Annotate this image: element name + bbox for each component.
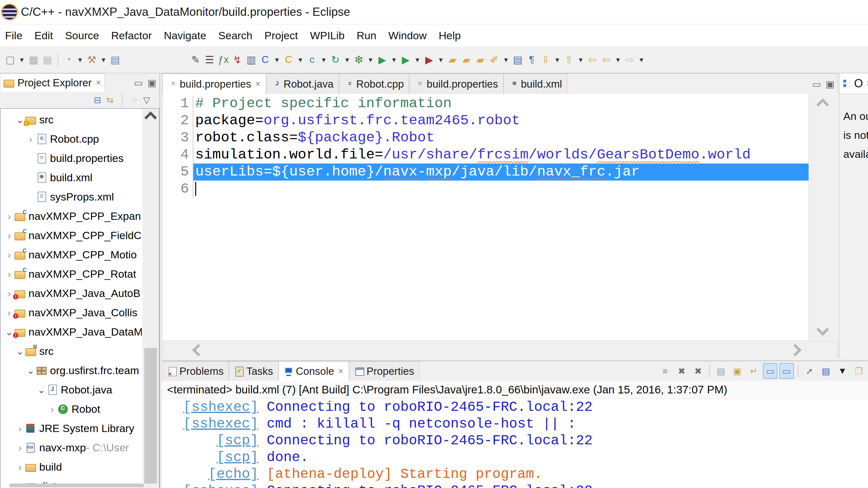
debug-dropdown-icon[interactable]: ▾ bbox=[366, 52, 375, 67]
expand-arrow-icon[interactable]: › bbox=[14, 443, 25, 453]
expressions-icon[interactable]: ƒx bbox=[216, 52, 230, 67]
remove-all-icon[interactable]: ✖ bbox=[691, 363, 705, 379]
tree-item-navxmxp-java-datam[interactable]: ⌄navXMXP_Java_DataM bbox=[1, 322, 142, 341]
format-brush-icon[interactable]: ✐ bbox=[487, 52, 501, 67]
build-dropdown-icon[interactable]: ▾ bbox=[99, 52, 108, 67]
expand-arrow-icon[interactable]: › bbox=[14, 423, 25, 434]
collapse-arrow-icon[interactable]: ⌄ bbox=[25, 365, 36, 376]
collapse-arrow-icon[interactable]: ⌄ bbox=[36, 384, 47, 395]
maximize-icon[interactable]: ▣ bbox=[148, 77, 156, 88]
restart-dropdown-icon[interactable]: ▾ bbox=[342, 52, 352, 67]
new-class-dropdown-icon[interactable]: ▾ bbox=[296, 52, 305, 67]
menu-search[interactable]: Search bbox=[218, 29, 252, 42]
forward-dropdown-icon[interactable]: ▾ bbox=[637, 52, 646, 67]
back-dropdown-icon[interactable]: ▾ bbox=[613, 52, 623, 67]
save-all-icon[interactable]: ▩ bbox=[40, 52, 55, 67]
open-type-icon[interactable]: ▰ bbox=[460, 52, 473, 67]
tree-item-sysprops-xml[interactable]: sysProps.xml bbox=[1, 187, 142, 206]
maximize-icon[interactable]: ▣ bbox=[826, 78, 834, 90]
tab-properties[interactable]: Properties bbox=[349, 361, 419, 381]
menu-help[interactable]: Help bbox=[439, 29, 461, 42]
close-icon[interactable]: ✕ bbox=[96, 79, 101, 87]
push-up-icon[interactable]: ⇧ bbox=[562, 52, 576, 67]
close-icon[interactable]: ✕ bbox=[866, 79, 868, 88]
collapse-all-icon[interactable]: ⊟ bbox=[94, 95, 101, 105]
filters-icon[interactable]: ⁘ bbox=[131, 95, 138, 105]
show-whitespace-icon[interactable]: ¶ bbox=[525, 52, 538, 67]
menu-source[interactable]: Source bbox=[65, 29, 99, 42]
launch-history-dropdown-icon[interactable]: ▾ bbox=[75, 52, 85, 67]
show-stdout-icon[interactable]: ▭ bbox=[763, 363, 777, 379]
open-console-icon[interactable]: ▤ bbox=[818, 363, 833, 379]
new-class-icon[interactable]: C bbox=[282, 52, 296, 67]
console-task-link[interactable]: [scp] bbox=[216, 449, 258, 465]
profile-icon[interactable]: ▶ bbox=[422, 52, 436, 67]
open-resource-icon[interactable]: ▰ bbox=[445, 52, 460, 67]
collapse-arrow-icon[interactable]: ⌄ bbox=[14, 346, 25, 357]
tree-item-navxmxp-cpp-expan[interactable]: ›navXMXP_CPP_Expan bbox=[1, 206, 142, 226]
launch-history-icon[interactable]: ◔ bbox=[61, 52, 75, 67]
minimize-icon[interactable]: ▭ bbox=[134, 77, 143, 88]
console-task-link[interactable]: [scp] bbox=[216, 433, 258, 449]
console-task-link[interactable]: [sshexec] bbox=[183, 416, 258, 432]
vertical-scroll-thumb[interactable] bbox=[144, 348, 157, 484]
tab-project-explorer[interactable]: Project Explorer ✕ bbox=[0, 73, 105, 92]
tree-item-build-properties[interactable]: build.properties bbox=[1, 149, 142, 168]
tab-build-xml[interactable]: build.xml bbox=[503, 74, 567, 94]
menu-navigate[interactable]: Navigate bbox=[164, 29, 206, 42]
open-element-icon[interactable]: ▰ bbox=[473, 52, 487, 67]
tree-item-build[interactable]: ›build bbox=[1, 457, 142, 477]
pull-down-icon[interactable]: ⇩ bbox=[538, 52, 553, 67]
tree-item-navxmxp-java-collis[interactable]: ›navXMXP_Java_Collis bbox=[1, 303, 142, 322]
memory-view-icon[interactable]: ▥ bbox=[244, 52, 258, 67]
run-dropdown-icon[interactable]: ▾ bbox=[389, 52, 399, 67]
restart-icon[interactable]: ↻ bbox=[329, 52, 342, 67]
expand-arrow-icon[interactable]: › bbox=[4, 269, 14, 280]
menu-project[interactable]: Project bbox=[265, 29, 298, 42]
menu-window[interactable]: Window bbox=[388, 29, 427, 42]
tree-item-navxmxp-java-autob[interactable]: ›navXMXP_Java_AutoB bbox=[1, 284, 142, 303]
tab-build-properties[interactable]: build.properties bbox=[409, 74, 503, 94]
horizontal-scroll-thumb[interactable] bbox=[9, 484, 144, 487]
tree-item-robot[interactable]: ›Robot bbox=[1, 399, 142, 419]
tab-robot-cpp[interactable]: Robot.cpp bbox=[339, 74, 409, 94]
back-history-icon[interactable]: ⇦ bbox=[599, 52, 613, 67]
tab-robot-java[interactable]: Robot.java bbox=[266, 74, 339, 94]
run-external-dropdown-icon[interactable]: ▾ bbox=[413, 52, 422, 67]
report-icon[interactable]: ▤ bbox=[511, 52, 525, 67]
tree-item-build-xml[interactable]: build.xml bbox=[1, 168, 142, 187]
back-icon[interactable]: ⇦ bbox=[585, 52, 599, 67]
close-icon[interactable]: ✕ bbox=[338, 367, 344, 376]
run-external-icon[interactable]: ▶ bbox=[399, 52, 413, 67]
save-icon[interactable]: ▦ bbox=[27, 52, 40, 67]
editor-horizontal-scrollbar[interactable] bbox=[162, 340, 838, 358]
format-dropdown-icon[interactable]: ▾ bbox=[501, 52, 511, 67]
tree-item-navxmxp-cpp-fieldc[interactable]: ›navXMXP_CPP_FieldC bbox=[1, 226, 142, 245]
expand-arrow-icon[interactable]: › bbox=[47, 404, 58, 415]
new-c-project-icon[interactable]: C bbox=[258, 52, 272, 67]
tree-item-jre-system-library[interactable]: ›JRE System Library bbox=[1, 419, 142, 438]
pin-console-icon[interactable]: ➚ bbox=[802, 363, 817, 379]
run-icon[interactable]: ▶ bbox=[375, 52, 389, 67]
show-stderr-icon[interactable]: ▭ bbox=[779, 363, 794, 379]
expand-arrow-icon[interactable]: › bbox=[4, 250, 14, 260]
tab-console[interactable]: Console✕ bbox=[278, 361, 349, 381]
build-hammer-icon[interactable]: ⚒ bbox=[85, 52, 99, 67]
editor-vertical-scrollbar[interactable] bbox=[808, 94, 838, 340]
new-c-project-dropdown-icon[interactable]: ▾ bbox=[272, 52, 282, 67]
menu-run[interactable]: Run bbox=[356, 29, 376, 42]
clear-console-icon[interactable]: ▤ bbox=[714, 363, 728, 379]
attach-debugger-icon[interactable]: ↯ bbox=[230, 52, 244, 67]
expand-arrow-icon[interactable]: › bbox=[4, 211, 14, 222]
menu-wpilib[interactable]: WPILib bbox=[310, 29, 345, 42]
debug-icon[interactable]: ❇ bbox=[352, 52, 366, 67]
tree-item-robot-cpp[interactable]: ›Robot.cpp bbox=[1, 129, 142, 149]
text-editor[interactable]: 1# Project specific information2package=… bbox=[162, 94, 808, 340]
menu-refactor[interactable]: Refactor bbox=[111, 29, 152, 42]
expand-arrow-icon[interactable]: › bbox=[4, 230, 14, 241]
tree-item-src[interactable]: ⌄src bbox=[1, 110, 142, 129]
scroll-down-icon[interactable] bbox=[816, 323, 829, 336]
menu-edit[interactable]: Edit bbox=[34, 29, 53, 42]
project-tree-vertical-scrollbar[interactable] bbox=[143, 109, 159, 488]
new-c-file-icon[interactable]: c bbox=[305, 52, 319, 67]
